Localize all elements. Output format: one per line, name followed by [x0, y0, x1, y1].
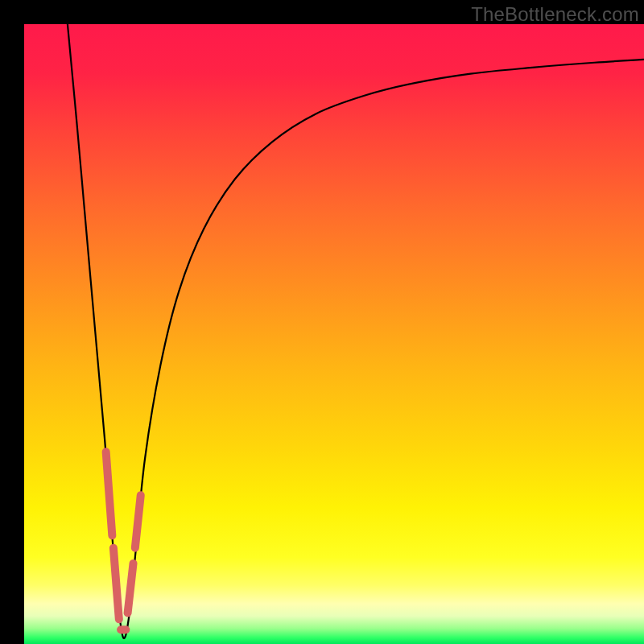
watermark-text: TheBottleneck.com [471, 3, 639, 26]
highlight-markers [106, 452, 141, 630]
marker-right-rise [135, 495, 141, 547]
chart-svg [24, 24, 644, 644]
marker-left-near-min [106, 452, 113, 535]
bottleneck-curve [68, 24, 644, 638]
plot-area [24, 24, 644, 644]
marker-right-of-min [128, 564, 134, 613]
marker-left-to-min [114, 548, 119, 620]
chart-frame: TheBottleneck.com [0, 0, 644, 644]
